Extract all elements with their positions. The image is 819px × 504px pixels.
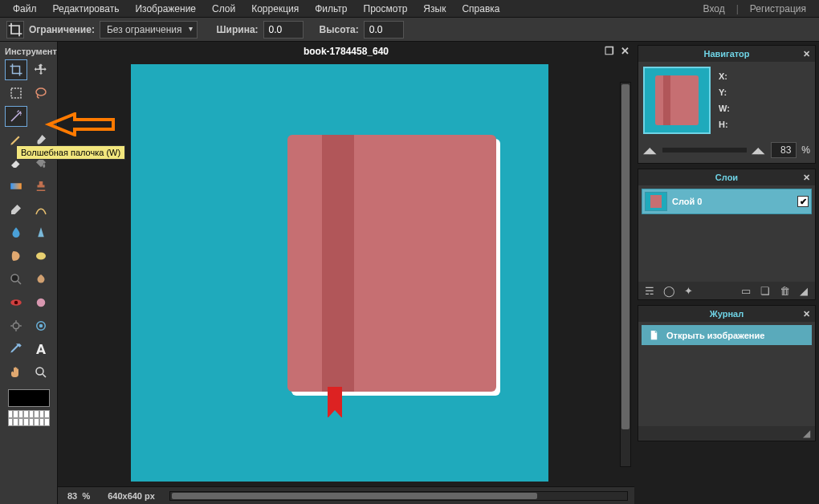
gradient-tool[interactable] [5,176,27,197]
layer-mask-icon[interactable]: ◯ [662,284,675,297]
svg-point-8 [13,323,19,329]
svg-point-1 [36,88,46,96]
history-footer: ◢ [638,426,815,441]
canvas-viewport[interactable] [58,61,634,486]
crop-tool-icon [6,21,24,39]
zoom-value: 83 [67,491,77,501]
svg-rect-2 [10,183,22,189]
zoom-in-icon[interactable]: ◢◣ [752,145,766,155]
navigator-zoom-percent: % [801,144,810,156]
stamp-tool[interactable] [30,176,52,197]
navigator-title: Навигатор [704,49,750,59]
layer-new-icon[interactable]: ▭ [740,284,752,297]
layer-delete-icon[interactable]: 🗑 [778,284,791,297]
layers-close-icon[interactable]: ✕ [803,173,810,183]
burn-tool[interactable] [30,269,52,290]
history-resize-icon[interactable]: ◢ [803,428,810,439]
layers-panel: Слои ✕ Слой 0 ✔ ☴ ◯ ✦ ▭ ❏ 🗑 ◢ [638,169,816,300]
toolbox: Инструмент [0,42,58,504]
draw-tool[interactable] [30,199,52,220]
svg-point-10 [40,325,43,327]
marquee-tool[interactable] [5,83,27,104]
menu-image[interactable]: Изображение [127,1,204,17]
canvas[interactable] [131,64,548,482]
horizontal-scrollbar[interactable] [169,491,628,501]
spot-heal-tool[interactable] [30,292,52,313]
nav-y-label: Y: [719,87,730,97]
crop-tool[interactable] [5,59,27,80]
hand-tool[interactable] [5,362,27,383]
blur-tool[interactable] [5,222,27,243]
menu-edit[interactable]: Редактировать [45,1,128,17]
dodge-tool[interactable] [5,269,27,290]
navigator-zoom-value[interactable]: 83 [771,142,797,158]
layer-style-icon[interactable]: ✦ [682,284,695,297]
menu-view[interactable]: Просмотр [356,1,416,17]
nav-x-label: X: [719,71,730,81]
canvas-dims: 640x640 px [104,491,158,501]
replace-color-tool[interactable] [5,199,27,220]
svg-point-11 [36,368,43,375]
layer-duplicate-icon[interactable]: ❏ [759,284,772,297]
smudge-tool[interactable] [5,246,27,266]
lasso-tool[interactable] [30,83,52,104]
empty-tool-1 [30,106,52,127]
login-link[interactable]: Вход [695,1,733,17]
height-input[interactable]: 0.0 [364,21,404,39]
zoom-out-icon[interactable]: ◢◣ [643,145,658,155]
navigator-panel: Навигатор ✕ X: Y: W: H: ◢◣ ◢◣ 83 % [638,45,816,164]
sharpen-tool[interactable] [30,222,52,243]
menu-lang[interactable]: Язык [415,1,454,17]
pinch-tool[interactable] [30,315,52,336]
move-tool[interactable] [30,59,52,80]
layer-row[interactable]: Слой 0 ✔ [642,189,812,214]
constraint-select[interactable]: Без ограничения [100,21,198,39]
svg-rect-0 [11,88,21,98]
tool-options-bar: Ограничение: Без ограничения Ширина: 0.0… [0,18,819,42]
constraint-label: Ограничение: [29,24,95,35]
layers-title: Слои [715,173,738,182]
redeye-tool[interactable] [5,292,27,313]
layer-visibility-checkbox[interactable]: ✔ [797,196,809,207]
ribbon-shape [328,387,342,417]
menu-layer[interactable]: Слой [204,1,243,17]
background-color-swatch[interactable] [8,410,50,426]
menu-help[interactable]: Справка [454,1,507,17]
zoom-slider[interactable] [662,148,747,152]
menu-bar: Файл Редактировать Изображение Слой Корр… [0,0,819,18]
status-bar: 83 % 640x640 px [58,486,634,504]
eyedropper-tool[interactable] [5,339,27,360]
menu-file[interactable]: Файл [5,1,45,17]
history-item[interactable]: Открыть изображение [642,325,812,345]
toolbox-title: Инструмент [3,45,54,59]
document-title-bar: book-1784458_640 ❐ ✕ [58,42,634,61]
menu-adjust[interactable]: Коррекция [243,1,307,17]
auth-separator: | [733,3,742,14]
svg-point-6 [14,301,18,305]
register-link[interactable]: Регистрация [742,1,814,17]
window-close-icon[interactable]: ✕ [621,45,630,57]
history-close-icon[interactable]: ✕ [803,309,810,319]
canvas-area: book-1784458_640 ❐ ✕ 83 % 640x640 px [58,42,634,504]
wand-tool[interactable] [5,106,27,127]
nav-w-label: W: [719,104,730,113]
vertical-scrollbar[interactable] [620,82,631,467]
type-tool[interactable] [30,339,52,360]
foreground-color-swatch[interactable] [8,389,50,407]
history-title: Журнал [710,309,744,319]
wand-tooltip: Волшебная палочка (W) [16,145,125,160]
layer-settings-icon[interactable]: ☴ [643,284,656,297]
bloat-tool[interactable] [5,315,27,336]
navigator-close-icon[interactable]: ✕ [803,49,810,59]
layer-resize-icon[interactable]: ◢ [797,284,810,297]
book-spine-shape [322,135,354,392]
menu-filter[interactable]: Фильтр [307,1,355,17]
sponge-tool[interactable] [30,246,52,266]
width-input[interactable]: 0.0 [263,21,304,39]
width-label: Ширина: [217,24,259,35]
navigator-thumbnail[interactable] [643,67,711,134]
zoom-tool[interactable] [30,362,52,383]
layer-name: Слой 0 [672,197,793,206]
document-title: book-1784458_640 [304,46,389,57]
window-restore-icon[interactable]: ❐ [605,45,614,57]
